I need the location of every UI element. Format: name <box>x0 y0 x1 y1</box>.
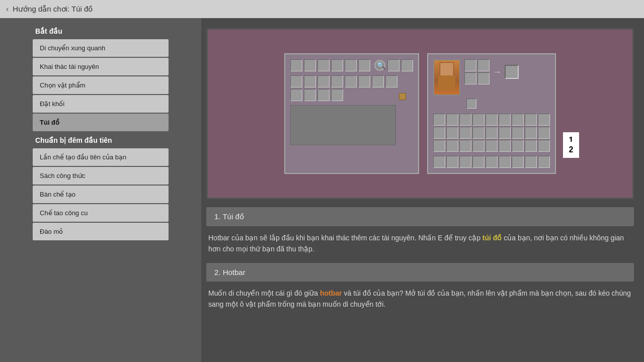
content-section-2-header: 2. Hotbar <box>206 263 634 282</box>
small-orange-slot <box>399 93 406 100</box>
label-2: 2 <box>563 142 579 158</box>
inv-slot[interactable] <box>433 127 445 139</box>
inv-slot[interactable] <box>446 140 458 152</box>
character-area: → <box>433 59 550 109</box>
inv-slot <box>290 59 302 71</box>
crafting-slot[interactable] <box>477 59 490 71</box>
inv-slot[interactable] <box>525 127 537 139</box>
inv-slot[interactable] <box>459 114 471 126</box>
hotbar-grid <box>433 156 550 168</box>
hotbar-slot[interactable] <box>459 156 471 168</box>
hotbar-highlight: hotbar <box>320 289 342 297</box>
hotbar-slot[interactable] <box>433 156 445 168</box>
inv-slot[interactable] <box>538 140 550 152</box>
inv-slot <box>345 75 357 87</box>
inv-slot-row <box>290 89 397 101</box>
sidebar-item-tui-do[interactable]: Túi đồ <box>33 114 169 131</box>
sidebar-item-che-tao-cong-cu[interactable]: Chế tao công cu <box>33 204 169 222</box>
inv-slot[interactable] <box>472 127 485 139</box>
sidebar-item-sach-cong-thuc[interactable]: Sách công thức <box>33 167 169 185</box>
sidebar-item-di-chuyen[interactable]: Di chuyển xung quanh <box>33 39 169 57</box>
inventory-container: 🔍 <box>284 53 556 174</box>
inv-slot <box>387 59 399 71</box>
inv-slot <box>290 75 302 87</box>
crafting-slots <box>464 59 490 84</box>
main-inventory-grid <box>433 114 550 152</box>
sidebar-section-chuan-bi: Chuẩn bị đêm đầu tiên <box>0 132 201 147</box>
crafting-slot[interactable] <box>464 72 476 84</box>
hotbar-slot[interactable] <box>538 156 550 168</box>
inv-slot[interactable] <box>472 114 485 126</box>
inv-slot <box>290 89 302 101</box>
inv-slot <box>304 59 316 71</box>
hotbar-slot[interactable] <box>525 156 537 168</box>
top-slots-row <box>290 59 370 71</box>
content-section-1-header: 1. Túi đồ <box>206 207 634 226</box>
inv-slot[interactable] <box>459 127 471 139</box>
inv-slot[interactable] <box>433 140 445 152</box>
crafting-row: → <box>464 59 519 84</box>
inv-slot <box>358 75 370 87</box>
inventory-chest-area <box>290 105 396 145</box>
sidebar: Bắt đầu Di chuyển xung quanh Khai thác t… <box>0 18 201 362</box>
crafting-slot[interactable] <box>477 72 490 84</box>
sidebar-item-dat-khoi[interactable]: Đặt khối <box>33 95 169 113</box>
crafting-slot[interactable] <box>464 59 476 71</box>
inv-slot[interactable] <box>446 114 458 126</box>
inventory-left-panel: 🔍 <box>284 53 419 174</box>
inv-slot[interactable] <box>459 140 471 152</box>
inv-slot[interactable] <box>499 114 511 126</box>
inv-slot <box>317 89 330 101</box>
sidebar-item-dao-mo[interactable]: Đào mỏ <box>33 223 169 240</box>
character-portrait-inner <box>434 60 459 95</box>
text-before-highlight-1: Hotbar của bạn sẽ lắp đầu khi bạn khai t… <box>208 234 482 242</box>
inventory-display: 🔍 <box>206 28 634 199</box>
inv-slot[interactable] <box>512 127 524 139</box>
inv-slot <box>331 75 343 87</box>
sidebar-item-khai-thac[interactable]: Khai thác tài nguyên <box>33 58 169 75</box>
extra-slot[interactable] <box>466 99 476 109</box>
crafting-arrow-icon: → <box>493 67 502 77</box>
main-layout: Bắt đầu Di chuyển xung quanh Khai thác t… <box>0 18 644 362</box>
sidebar-section-start: Bắt đầu <box>0 23 201 38</box>
search-icon[interactable]: 🔍 <box>374 60 385 71</box>
inv-slot <box>304 75 316 87</box>
inventory-right-panel: → <box>427 53 556 174</box>
hotbar-slot[interactable] <box>499 156 511 168</box>
crafting-result-slot[interactable] <box>505 65 519 79</box>
inv-slot[interactable] <box>525 140 537 152</box>
inv-slot[interactable] <box>499 140 511 152</box>
inv-slot <box>331 89 343 101</box>
inv-slot <box>385 75 397 87</box>
inv-slot[interactable] <box>538 127 550 139</box>
inv-slot <box>358 59 370 71</box>
hotbar-slot[interactable] <box>472 156 485 168</box>
inv-slot <box>317 75 330 87</box>
inv-slot[interactable] <box>472 140 485 152</box>
inv-slot[interactable] <box>525 114 537 126</box>
inv-slot[interactable] <box>446 127 458 139</box>
sidebar-item-chon-vat[interactable]: Chọn vật phẩm <box>33 76 169 94</box>
sidebar-item-lan-che-tao[interactable]: Lần chế tạo đầu tiên của bạn <box>33 148 169 166</box>
inv-slot <box>345 59 357 71</box>
inv-slot[interactable] <box>486 140 498 152</box>
inv-slot[interactable] <box>512 114 524 126</box>
hotbar-slot[interactable] <box>486 156 498 168</box>
inv-slot[interactable] <box>486 114 498 126</box>
back-button[interactable]: ‹ <box>6 5 9 14</box>
inv-slot <box>304 89 316 101</box>
character-head <box>440 62 454 76</box>
inv-slot[interactable] <box>433 114 445 126</box>
inv-slot[interactable] <box>512 140 524 152</box>
inv-slot[interactable] <box>538 114 550 126</box>
inv-slot[interactable] <box>499 127 511 139</box>
inv-slot[interactable] <box>486 127 498 139</box>
character-body <box>438 75 455 90</box>
hotbar-slot[interactable] <box>446 156 458 168</box>
page-title: Hướng dẫn chơi: Túi đồ <box>13 5 93 14</box>
inv-slot <box>372 75 384 87</box>
hotbar-slot[interactable] <box>512 156 524 168</box>
content-section-2-text: Muốn di chuyển một cái gì đó giữa hotbar… <box>206 288 634 310</box>
spacer <box>464 86 519 97</box>
sidebar-item-ban-che-tao[interactable]: Bàn chế tạo <box>33 186 169 203</box>
